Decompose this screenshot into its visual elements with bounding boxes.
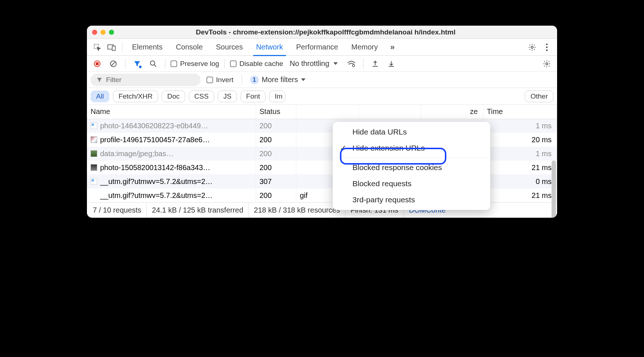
chip-img[interactable]: Im (269, 91, 285, 102)
svg-point-6 (546, 49, 548, 51)
download-har-icon[interactable] (385, 57, 398, 70)
devtools-window: DevTools - chrome-extension://pejkokffka… (87, 26, 557, 218)
status-transferred: 24.1 kB / 125 kB transferred (147, 203, 249, 218)
svg-line-12 (154, 65, 156, 67)
filter-input[interactable]: Filter (91, 74, 201, 86)
clear-button[interactable] (107, 57, 120, 70)
check-icon: ✓ (339, 144, 347, 152)
chip-css[interactable]: CSS (189, 91, 214, 102)
request-name: photo-1464306208223-e0b449… (100, 122, 208, 130)
col-size[interactable]: ze (421, 105, 483, 119)
panel-settings-gear-icon[interactable] (540, 57, 553, 70)
request-status: 200 (256, 188, 296, 202)
dropdown-item[interactable]: Blocked response cookies (333, 158, 490, 176)
fullscreen-window-button[interactable] (109, 30, 114, 35)
col-time[interactable]: Time (483, 105, 557, 119)
disable-cache-label: Disable cache (239, 60, 283, 68)
device-toolbar-icon[interactable] (105, 41, 118, 54)
request-status: 200 (256, 133, 296, 147)
tab-console[interactable]: Console (170, 39, 208, 56)
request-time: 1 ms (483, 119, 557, 133)
svg-rect-2 (112, 46, 116, 50)
close-window-button[interactable] (92, 30, 97, 35)
col-status[interactable]: Status (256, 105, 296, 119)
status-requests: 7 / 10 requests (89, 203, 147, 218)
invert-checkbox[interactable]: Invert (206, 76, 234, 84)
filter-placeholder: Filter (106, 76, 121, 84)
titlebar: DevTools - chrome-extension://pejkokffka… (87, 26, 557, 39)
search-icon[interactable] (147, 57, 160, 70)
table-header-row: Name Status ze Time (87, 105, 557, 119)
tab-network[interactable]: Network (250, 39, 289, 56)
dropdown-item[interactable]: ✓Hide extension URLs (333, 140, 490, 156)
chip-all[interactable]: All (91, 91, 109, 102)
network-toolbar: Preserve log Disable cache No throttling (87, 56, 557, 72)
window-title: DevTools - chrome-extension://pejkokffka… (114, 28, 552, 36)
col-initiator[interactable] (358, 105, 421, 119)
separator (122, 42, 122, 52)
record-button[interactable] (91, 57, 104, 70)
dropdown-item[interactable]: Hide data URLs (333, 124, 490, 140)
tab-elements[interactable]: Elements (126, 39, 168, 56)
upload-har-icon[interactable] (369, 57, 382, 70)
filter-row: Filter Invert 1 More filters (87, 72, 557, 88)
dropdown-item[interactable]: 3rd-party requests (333, 192, 490, 208)
request-status: 200 (256, 161, 296, 174)
request-name: photo-1505820013142-f86a343… (100, 163, 210, 172)
dropdown-item-label: Hide extension URLs (352, 144, 425, 152)
tab-memory[interactable]: Memory (345, 39, 384, 56)
tab-performance[interactable]: Performance (290, 39, 344, 56)
traffic-lights (92, 30, 114, 35)
svg-point-5 (546, 46, 548, 48)
more-filters-badge: 1 (250, 76, 259, 84)
svg-point-4 (546, 43, 548, 45)
more-filters-label: More filters (262, 76, 298, 84)
request-status: 200 (256, 119, 296, 133)
kebab-menu-icon[interactable] (540, 41, 553, 54)
more-filters-button[interactable]: 1 More filters (250, 76, 306, 84)
inspect-element-icon[interactable] (91, 41, 104, 54)
throttling-select[interactable]: No throttling (286, 59, 342, 68)
scrollbar[interactable] (552, 161, 556, 218)
network-conditions-icon[interactable] (345, 57, 358, 70)
invert-label: Invert (216, 76, 234, 84)
settings-gear-icon[interactable] (526, 41, 539, 54)
request-name: __utm.gif?utmwv=5.7.2&utms=2… (100, 191, 213, 200)
type-filter-chips: All Fetch/XHR Doc CSS JS Font Im Other (87, 88, 557, 105)
dropdown-item[interactable]: Blocked requests (333, 176, 490, 192)
chip-js[interactable]: JS (218, 91, 237, 102)
chip-fetch-xhr[interactable]: Fetch/XHR (113, 91, 158, 102)
chip-other[interactable]: Other (525, 91, 553, 102)
dropdown-item-label: 3rd-party requests (352, 195, 415, 204)
col-type[interactable] (296, 105, 358, 119)
minimize-window-button[interactable] (100, 30, 106, 35)
request-name: profile-1496175100457-27a8e6… (100, 136, 210, 144)
filter-funnel-icon[interactable] (131, 57, 144, 70)
svg-point-11 (150, 61, 155, 65)
request-time: 20 ms (483, 133, 557, 147)
status-resources: 218 kB / 318 kB resources (249, 203, 345, 218)
request-name: data:image/jpeg;bas… (100, 150, 173, 158)
svg-point-3 (531, 46, 533, 48)
dropdown-item-label: Hide data URLs (352, 128, 407, 136)
request-time: 0 ms (483, 174, 557, 188)
dropdown-item-label: Blocked response cookies (352, 163, 442, 172)
dropdown-item-label: Blocked requests (352, 179, 411, 188)
preserve-log-checkbox[interactable]: Preserve log (171, 60, 219, 68)
chip-font[interactable]: Font (241, 91, 266, 102)
chip-doc[interactable]: Doc (162, 91, 185, 102)
main-tabs: Elements Console Sources Network Perform… (87, 39, 557, 56)
svg-rect-8 (96, 62, 99, 65)
more-tabs-button[interactable]: » (385, 41, 398, 54)
request-status: 200 (256, 147, 296, 161)
request-status: 307 (256, 174, 296, 188)
svg-line-10 (111, 62, 115, 66)
request-time: 21 ms (483, 188, 557, 202)
tab-sources[interactable]: Sources (210, 39, 249, 56)
request-time: 21 ms (483, 161, 557, 174)
col-name[interactable]: Name (87, 105, 256, 119)
request-name: __utm.gif?utmwv=5.7.2&utms=2… (100, 177, 213, 186)
request-time: 1 ms (483, 147, 557, 161)
disable-cache-checkbox[interactable]: Disable cache (230, 60, 283, 68)
throttling-label: No throttling (290, 59, 329, 68)
